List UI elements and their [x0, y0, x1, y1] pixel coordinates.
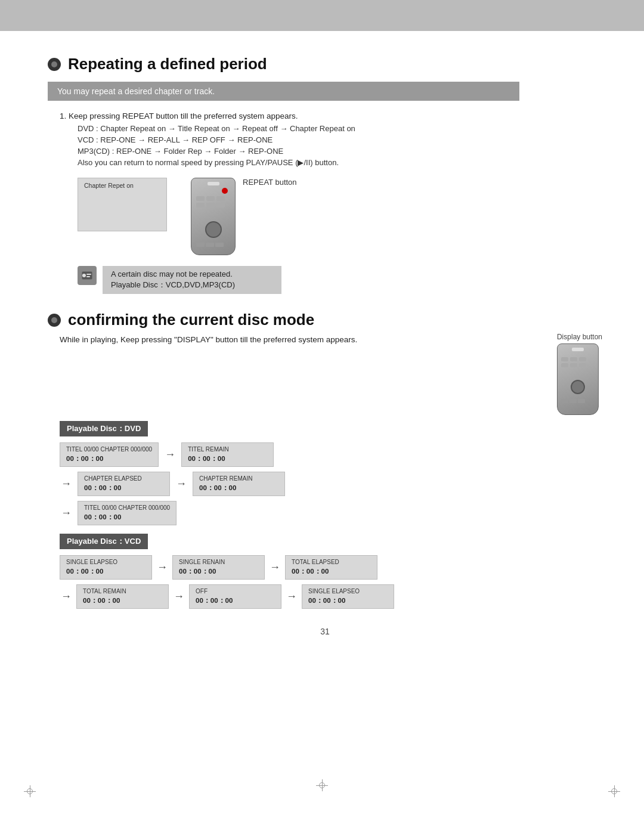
crosshair-br [608, 785, 620, 797]
remote-num-grid [196, 243, 224, 247]
remote-area: REPEAT button [191, 178, 297, 255]
dvd-box-4-value: 00：00：00 [199, 484, 236, 491]
remote-btn-grid [196, 196, 225, 208]
vcd-flow-row-1: SINGLE ELAPSEO 00：00：00 → SINGLE RENAIN … [60, 555, 602, 580]
vcd-box-6: SINGLE ELAPSEO 00：00：00 [302, 584, 394, 609]
vcd-box-4-value: 00：00：00 [83, 597, 120, 604]
vcd-box-2-title: SINGLE RENAIN [179, 559, 258, 565]
vcd-arrow-5: → [285, 590, 298, 603]
dr-btn-6[interactable] [579, 363, 586, 367]
vcd-flow-grid: SINGLE ELAPSEO 00：00：00 → SINGLE RENAIN … [60, 555, 602, 609]
dvd-box-4: CHAPTER REMAIN 00：00：00 [193, 472, 285, 496]
vcd-arrow-1: → [156, 561, 169, 574]
vcd-box-2-value: 00：00：00 [179, 568, 216, 575]
remote-red-btn [222, 188, 228, 194]
note-line2: Playable Disc：VCD,DVD,MP3(CD) [111, 280, 273, 290]
r-btn-1[interactable] [196, 196, 205, 201]
vcd-arrow-2: → [268, 561, 281, 574]
dr-btn-3[interactable] [579, 357, 586, 361]
vcd-arrow-4: → [172, 590, 185, 603]
dvd-flow-row-1: TITEL 00/00 CHAPTER 000/000 00：00：00 → T… [60, 442, 602, 467]
top-bar [0, 0, 644, 31]
dvd-box-3-title: CHAPTER ELAPSED [84, 475, 163, 482]
drn-3[interactable] [578, 399, 585, 403]
dr-btn-1[interactable] [561, 357, 568, 361]
drn-1[interactable] [561, 399, 568, 403]
r-num-2[interactable] [206, 243, 214, 247]
diagram-row: Chapter Repet on [78, 178, 602, 255]
repeat-button-label: REPEAT button [243, 178, 297, 187]
vcd-box-1: SINGLE ELAPSEO 00：00：00 [60, 555, 152, 580]
arrow-4: → [60, 507, 73, 519]
mp3-line: MP3(CD) : REP-ONE → Folder Rep → Folder … [78, 147, 602, 156]
chapter-repet-box: Chapter Repet on [78, 178, 167, 231]
dr-btn-2[interactable] [570, 357, 577, 361]
vcd-box-4-title: TOTAL REMAIN [83, 588, 162, 594]
remote-circle [205, 221, 222, 238]
display-button-label: Display button [557, 333, 602, 341]
crosshair-bl [24, 785, 36, 797]
crosshair-bc [316, 779, 328, 791]
page-content: Repeating a defined period You may repea… [0, 31, 644, 654]
vcd-box-6-title: SINGLE ELAPSEO [308, 588, 388, 594]
dvd-box-4-title: CHAPTER REMAIN [199, 475, 278, 482]
r-btn-4[interactable] [196, 203, 205, 208]
vcd-box-5-title: OFF [196, 588, 275, 594]
dvd-box-1-title: TITEL 00/00 CHAPTER 000/000 [66, 446, 152, 453]
r-num-3[interactable] [215, 243, 224, 247]
vcd-box-5-value: 00：00：00 [196, 597, 233, 604]
r-num-1[interactable] [196, 243, 205, 247]
vcd-arrow-3: → [60, 590, 73, 603]
dvd-box-3-value: 00：00：00 [84, 484, 121, 491]
section2-bullet [48, 314, 61, 327]
section1-heading: Repeating a defined period [48, 55, 602, 73]
dvd-label: Playable Disc：DVD [60, 421, 148, 436]
r-btn-6[interactable] [216, 203, 225, 208]
section2-title: confirming the current disc mode [68, 311, 314, 329]
svg-rect-3 [86, 276, 90, 277]
r-btn-2[interactable] [206, 196, 215, 201]
vcd-label: Playable Disc：VCD [60, 534, 148, 549]
dvd-box-2-value: 00：00：00 [188, 455, 225, 462]
remote-top-btn [208, 182, 219, 185]
note-icon [78, 266, 97, 285]
vcd-box-3-title: TOTAL ELAPSED [292, 559, 371, 565]
section1-bullet [48, 58, 61, 71]
section2-heading: confirming the current disc mode [48, 311, 602, 329]
dvd-flow-grid: TITEL 00/00 CHAPTER 000/000 00：00：00 → T… [60, 442, 602, 525]
dvd-box-3: CHAPTER ELAPSED 00：00：00 [78, 472, 170, 496]
disp-remote-top [572, 348, 584, 351]
vcd-box-3-value: 00：00：00 [292, 568, 329, 575]
disp-remote-grid [561, 357, 586, 367]
note-box: A certain disc may not be repeated. Play… [78, 266, 602, 294]
r-btn-5[interactable] [206, 203, 215, 208]
vcd-line: VCD : REP-ONE → REP-ALL → REP OFF → REP-… [78, 135, 602, 144]
svg-point-1 [82, 274, 86, 277]
vcd-box-1-value: 00：00：00 [66, 568, 103, 575]
dvd-flow-row-3: → TITEL 00/00 CHAPTER 000/000 00：00：00 [60, 501, 602, 525]
dvd-box-1-value: 00：00：00 [66, 455, 103, 462]
dr-btn-5[interactable] [570, 363, 577, 367]
dr-btn-4[interactable] [561, 363, 568, 367]
note-line1: A certain disc may not be repeated. [111, 270, 273, 278]
r-btn-3[interactable] [216, 196, 225, 201]
dvd-line: DVD : Chapter Repeat on → Title Repeat o… [78, 124, 602, 133]
dvd-box-1: TITEL 00/00 CHAPTER 000/000 00：00：00 [60, 442, 159, 467]
vcd-box-3: TOTAL ELAPSED 00：00：00 [285, 555, 377, 580]
chapter-repet-label: Chapter Repet on [84, 182, 134, 189]
dvd-box-2-title: TITEL REMAIN [188, 446, 267, 453]
display-remote [557, 343, 599, 415]
page-number: 31 [48, 627, 602, 636]
dvd-flow-row-2: → CHAPTER ELAPSED 00：00：00 → CHAPTER REM… [60, 472, 602, 496]
disp-remote-circle [571, 380, 585, 394]
vcd-box-5: OFF 00：00：00 [189, 584, 281, 609]
also-line: Also you can return to normal speed by p… [78, 158, 602, 167]
vcd-box-6-value: 00：00：00 [308, 597, 345, 604]
dvd-box-2: TITEL REMAIN 00：00：00 [181, 442, 274, 467]
section1-title: Repeating a defined period [68, 55, 267, 73]
drn-2[interactable] [569, 399, 577, 403]
dvd-box-5: TITEL 00/00 CHAPTER 000/000 00：00：00 [78, 501, 177, 525]
vcd-box-4: TOTAL REMAIN 00：00：00 [76, 584, 169, 609]
repeat-remote [191, 178, 236, 255]
note-content: A certain disc may not be repeated. Play… [103, 266, 281, 294]
